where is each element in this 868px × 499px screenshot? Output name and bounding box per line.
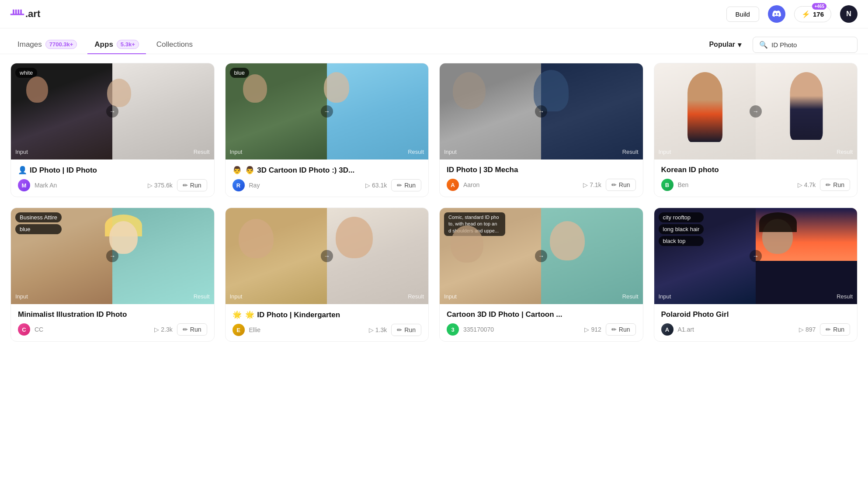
card-meta-3: A Aaron ▷ 7.1k ✏ Run bbox=[447, 179, 636, 191]
input-text-8: Input bbox=[659, 293, 671, 300]
card-title-3: ID Photo | 3D Mecha bbox=[447, 166, 636, 174]
run-number-7: 912 bbox=[591, 326, 601, 333]
card-result-image-1: Result bbox=[112, 63, 214, 159]
tab-collections-label: Collections bbox=[156, 40, 193, 49]
build-button[interactable]: Build bbox=[726, 7, 759, 22]
play-icon-4: ▷ bbox=[798, 181, 802, 188]
logo-text: .art bbox=[25, 8, 40, 20]
card-input-image-2: blue Input bbox=[226, 63, 327, 159]
run-number-3: 7.1k bbox=[590, 181, 601, 188]
card-input-image-4: Input bbox=[654, 63, 756, 159]
author-name-6: Ellie bbox=[249, 326, 365, 333]
result-text-2: Result bbox=[408, 149, 424, 155]
card-title-7: Cartoon 3D ID Photo | Cartoon ... bbox=[447, 310, 636, 319]
face-1 bbox=[26, 76, 48, 103]
card-title-4: Korean ID photo bbox=[661, 166, 851, 174]
search-icon: 🔍 bbox=[759, 41, 768, 49]
card-meta-4: B Ben ▷ 4.7k ✏ Run bbox=[661, 179, 851, 191]
figure-4 bbox=[687, 72, 722, 142]
tab-apps[interactable]: Apps 5.3k+ bbox=[87, 35, 146, 54]
card-title-1: 👤ID Photo | ID Photo bbox=[18, 166, 207, 175]
author-avatar-3: A bbox=[447, 179, 459, 191]
card-minimalist[interactable]: Business Attire blue Input → Result Mini… bbox=[10, 208, 215, 342]
play-icon-8: ▷ bbox=[799, 326, 804, 333]
author-name-4: Ben bbox=[678, 181, 793, 188]
card-info-7: Cartoon 3D ID Photo | Cartoon ... 3 3351… bbox=[440, 304, 643, 341]
run-button-1[interactable]: ✏ Run bbox=[177, 179, 207, 191]
sort-button[interactable]: Popular ▾ bbox=[703, 37, 747, 52]
tab-images[interactable]: Images 7700.3k+ bbox=[10, 35, 84, 54]
search-box: 🔍 bbox=[753, 37, 858, 53]
label-blue: blue bbox=[15, 224, 62, 234]
card-polaroid[interactable]: city rooftop long black hair black top I… bbox=[654, 208, 858, 342]
author-name-1: Mark An bbox=[35, 182, 143, 189]
credits-value: 176 bbox=[813, 10, 824, 18]
run-icon-4: ✏ bbox=[826, 181, 831, 188]
card-input-image-1: white Input bbox=[11, 63, 112, 159]
card-korean-id[interactable]: Input → Result Korean ID photo B Ben ▷ bbox=[654, 63, 858, 197]
card-info-4: Korean ID photo B Ben ▷ 4.7k ✏ Run bbox=[654, 159, 858, 196]
arrow-icon-7: → bbox=[535, 250, 547, 262]
card-label-white: white bbox=[15, 68, 37, 78]
tab-collections[interactable]: Collections bbox=[149, 36, 200, 54]
run-icon-5: ✏ bbox=[183, 326, 188, 333]
input-text-4: Input bbox=[659, 149, 671, 155]
tab-images-badge: 7700.3k+ bbox=[45, 40, 77, 49]
run-button-7[interactable]: ✏ Run bbox=[606, 323, 636, 336]
card-meta-1: M Mark An ▷ 375.6k ✏ Run bbox=[18, 179, 207, 191]
discord-icon[interactable] bbox=[768, 5, 785, 23]
play-icon-5: ▷ bbox=[154, 326, 159, 333]
header: ᚉ .art Build +465 ⚡ 176 N bbox=[0, 0, 868, 28]
illustration-face bbox=[109, 221, 138, 254]
user-avatar[interactable]: N bbox=[840, 5, 858, 23]
arrow-icon-4: → bbox=[750, 105, 762, 118]
run-button-4[interactable]: ✏ Run bbox=[820, 179, 850, 191]
run-button-3[interactable]: ✏ Run bbox=[606, 179, 636, 191]
author-avatar-7: 3 bbox=[447, 323, 459, 336]
search-input[interactable] bbox=[771, 41, 851, 49]
card-id-photo[interactable]: white Input → Result 👤ID Photo | ID Phot… bbox=[10, 63, 215, 197]
credits-badge: +465 bbox=[812, 3, 826, 10]
card-info-6: 🌟 🌟ID Photo | Kindergarten E Ellie ▷ 1.3… bbox=[226, 304, 429, 341]
input-text-7: Input bbox=[444, 293, 457, 300]
person-emoji: 🌟 bbox=[245, 311, 254, 319]
lightning-icon: ⚡ bbox=[802, 10, 810, 18]
run-count-5: ▷ 2.3k bbox=[154, 326, 172, 333]
author-name-2: Ray bbox=[249, 182, 361, 189]
logo[interactable]: ᚉ .art bbox=[10, 7, 40, 21]
author-avatar-1: M bbox=[18, 179, 30, 191]
sort-search-area: Popular ▾ 🔍 bbox=[703, 37, 858, 53]
card-image-7: Comic, standard ID pho to, with head on … bbox=[440, 208, 643, 304]
input-text-5: Input bbox=[15, 293, 28, 300]
run-count-6: ▷ 1.3k bbox=[369, 326, 387, 333]
run-button-2[interactable]: ✏ Run bbox=[391, 179, 421, 191]
run-icon-6: ✏ bbox=[397, 326, 402, 333]
card-3d-cartoon[interactable]: blue Input → Result 👨 👨3D Cartoon ID Pho… bbox=[225, 63, 429, 197]
result-text-3: Result bbox=[622, 149, 639, 155]
card-result-image-4: Result bbox=[756, 63, 857, 159]
card-kindergarten[interactable]: Input → Result 🌟 🌟ID Photo | Kindergarte… bbox=[225, 208, 429, 342]
card-image-1: white Input → Result bbox=[11, 63, 214, 159]
run-button-5[interactable]: ✏ Run bbox=[177, 323, 207, 336]
run-count-1: ▷ 375.6k bbox=[148, 182, 173, 189]
logo-icon: ᚉ bbox=[10, 7, 24, 21]
run-number-6: 1.3k bbox=[375, 326, 387, 333]
card-title-2: 👨 👨3D Cartoon ID Photo :) 3D... bbox=[233, 166, 422, 175]
card-input-image-7: Comic, standard ID pho to, with head on … bbox=[440, 208, 541, 304]
play-icon-3: ▷ bbox=[583, 181, 588, 188]
play-icon-7: ▷ bbox=[584, 326, 589, 333]
card-title-5: Minimalist Illustration ID Photo bbox=[18, 310, 207, 319]
tab-apps-label: Apps bbox=[94, 40, 113, 49]
card-cartoon-3d[interactable]: Comic, standard ID pho to, with head on … bbox=[439, 208, 643, 342]
author-name-3: Aaron bbox=[463, 181, 579, 188]
card-image-8: city rooftop long black hair black top I… bbox=[654, 208, 858, 304]
credits-button[interactable]: +465 ⚡ 176 bbox=[794, 6, 831, 22]
card-labels-8: city rooftop long black hair black top bbox=[659, 212, 704, 246]
result-text-5: Result bbox=[194, 293, 210, 300]
child-face-right bbox=[336, 217, 373, 258]
card-emoji-2b: 👨 bbox=[245, 166, 254, 174]
run-number-2: 63.1k bbox=[372, 182, 387, 189]
run-button-6[interactable]: ✏ Run bbox=[391, 324, 421, 336]
card-3d-mecha[interactable]: Input → Result ID Photo | 3D Mecha A Aar… bbox=[439, 63, 643, 197]
run-button-8[interactable]: ✏ Run bbox=[820, 323, 850, 336]
